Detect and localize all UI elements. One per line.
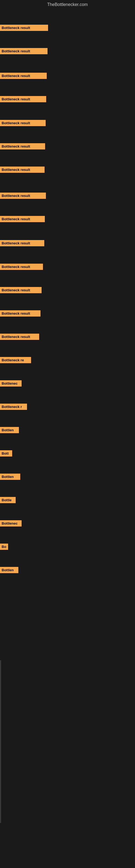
bottleneck-result-item: Bottle — [0, 497, 16, 503]
bottleneck-result-item: Bottleneck result — [0, 73, 47, 79]
bottleneck-result-item: Bottleneck result — [0, 166, 45, 173]
bottleneck-result-item: Bottleneck result — [0, 310, 41, 316]
bottleneck-result-item: Bottlen — [0, 567, 18, 573]
bottleneck-result-item: Bottleneck result — [0, 25, 48, 31]
bottleneck-result-item: Bottleneck result — [0, 193, 46, 199]
bottleneck-result-item: Bottleneck result — [0, 287, 42, 293]
bottleneck-result-item: Bottleneck re — [0, 357, 31, 363]
bottleneck-result-item: Bo — [0, 544, 8, 550]
bottleneck-result-item: Bottleneck result — [0, 120, 46, 126]
bottleneck-result-item: Bottlen — [0, 427, 19, 433]
bottleneck-result-item: Bottleneck result — [0, 334, 39, 340]
bottleneck-result-item: Bottlen — [0, 474, 20, 480]
bottleneck-result-item: Bott — [0, 450, 12, 457]
bottleneck-result-item: Bottleneck result — [0, 216, 45, 222]
bottleneck-result-item: Bottleneck result — [0, 264, 43, 270]
site-title: TheBottlenecker.com — [0, 0, 135, 9]
bottleneck-result-item: Bottleneck r — [0, 404, 27, 410]
bottleneck-result-item: Bottleneck result — [0, 143, 45, 150]
bottleneck-result-item: Bottleneck result — [0, 96, 46, 102]
bottleneck-result-item: Bottlenec — [0, 380, 21, 386]
bottleneck-result-item: Bottleneck result — [0, 240, 44, 246]
bottleneck-result-item: Bottlenec — [0, 520, 21, 527]
bottleneck-result-item: Bottleneck result — [0, 48, 48, 54]
